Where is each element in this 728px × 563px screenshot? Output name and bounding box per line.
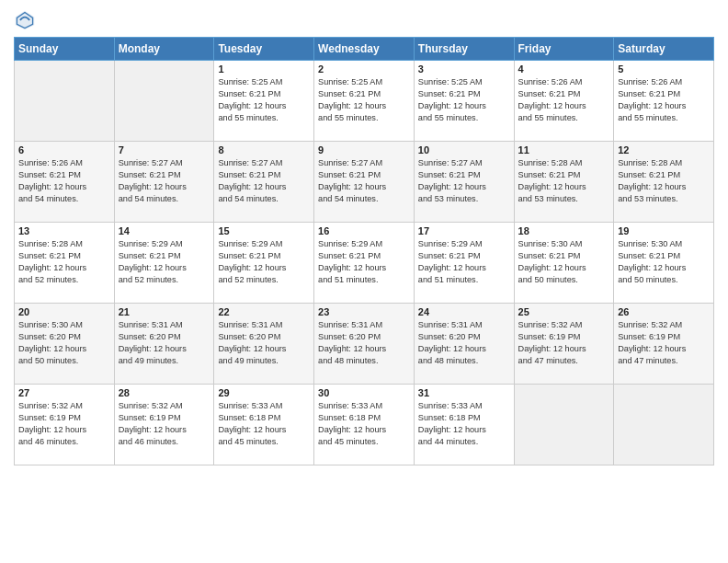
day-info: Sunrise: 5:32 AMSunset: 6:19 PMDaylight:… <box>518 319 610 367</box>
logo <box>14 9 40 31</box>
day-number: 9 <box>318 144 410 155</box>
day-cell: 21Sunrise: 5:31 AMSunset: 6:20 PMDayligh… <box>114 304 214 385</box>
day-info: Sunrise: 5:31 AMSunset: 6:20 PMDaylight:… <box>218 319 310 367</box>
day-cell: 30Sunrise: 5:33 AMSunset: 6:18 PMDayligh… <box>314 385 415 465</box>
day-number: 4 <box>518 63 610 75</box>
day-info: Sunrise: 5:31 AMSunset: 6:20 PMDaylight:… <box>318 319 410 367</box>
day-cell: 16Sunrise: 5:29 AMSunset: 6:21 PMDayligh… <box>314 223 415 304</box>
weekday-header-friday: Friday <box>514 38 614 61</box>
day-cell: 4Sunrise: 5:26 AMSunset: 6:21 PMDaylight… <box>514 61 614 142</box>
day-number: 27 <box>18 387 110 398</box>
day-number: 17 <box>418 225 510 236</box>
day-cell: 26Sunrise: 5:32 AMSunset: 6:19 PMDayligh… <box>614 304 714 385</box>
day-info: Sunrise: 5:26 AMSunset: 6:21 PMDaylight:… <box>518 76 610 124</box>
calendar-table: SundayMondayTuesdayWednesdayThursdayFrid… <box>14 37 714 465</box>
day-info: Sunrise: 5:30 AMSunset: 6:20 PMDaylight:… <box>18 319 110 367</box>
day-number: 19 <box>618 225 710 236</box>
day-cell: 14Sunrise: 5:29 AMSunset: 6:21 PMDayligh… <box>114 223 214 304</box>
day-number: 11 <box>518 144 610 155</box>
day-number: 25 <box>518 306 610 317</box>
day-cell: 24Sunrise: 5:31 AMSunset: 6:20 PMDayligh… <box>414 304 514 385</box>
day-cell: 25Sunrise: 5:32 AMSunset: 6:19 PMDayligh… <box>514 304 614 385</box>
day-cell: 17Sunrise: 5:29 AMSunset: 6:21 PMDayligh… <box>414 223 514 304</box>
weekday-header-row: SundayMondayTuesdayWednesdayThursdayFrid… <box>15 38 714 61</box>
weekday-header-wednesday: Wednesday <box>314 38 415 61</box>
weekday-header-thursday: Thursday <box>414 38 514 61</box>
day-number: 8 <box>218 144 310 155</box>
weekday-header-sunday: Sunday <box>15 38 115 61</box>
day-cell: 6Sunrise: 5:26 AMSunset: 6:21 PMDaylight… <box>15 142 115 223</box>
day-number: 31 <box>418 387 510 398</box>
day-info: Sunrise: 5:28 AMSunset: 6:21 PMDaylight:… <box>518 157 610 205</box>
day-number: 23 <box>318 306 410 317</box>
weekday-header-tuesday: Tuesday <box>214 38 314 61</box>
day-number: 24 <box>418 306 510 317</box>
day-cell <box>614 385 714 465</box>
day-info: Sunrise: 5:28 AMSunset: 6:21 PMDaylight:… <box>618 157 710 205</box>
day-cell: 1Sunrise: 5:25 AMSunset: 6:21 PMDaylight… <box>214 61 314 142</box>
day-number: 26 <box>618 306 710 317</box>
day-info: Sunrise: 5:26 AMSunset: 6:21 PMDaylight:… <box>618 76 710 124</box>
day-number: 16 <box>318 225 410 236</box>
day-cell <box>15 61 115 142</box>
day-number: 6 <box>18 144 110 155</box>
day-number: 14 <box>119 225 210 236</box>
day-number: 12 <box>618 144 710 155</box>
day-info: Sunrise: 5:31 AMSunset: 6:20 PMDaylight:… <box>418 319 510 367</box>
day-info: Sunrise: 5:30 AMSunset: 6:21 PMDaylight:… <box>518 238 610 286</box>
day-cell: 22Sunrise: 5:31 AMSunset: 6:20 PMDayligh… <box>214 304 314 385</box>
day-info: Sunrise: 5:32 AMSunset: 6:19 PMDaylight:… <box>618 319 710 367</box>
weekday-header-monday: Monday <box>114 38 214 61</box>
day-number: 30 <box>318 387 410 398</box>
day-info: Sunrise: 5:27 AMSunset: 6:21 PMDaylight:… <box>119 157 210 205</box>
day-cell: 7Sunrise: 5:27 AMSunset: 6:21 PMDaylight… <box>114 142 214 223</box>
day-cell: 12Sunrise: 5:28 AMSunset: 6:21 PMDayligh… <box>614 142 714 223</box>
day-cell: 29Sunrise: 5:33 AMSunset: 6:18 PMDayligh… <box>214 385 314 465</box>
day-info: Sunrise: 5:25 AMSunset: 6:21 PMDaylight:… <box>218 76 310 124</box>
day-number: 1 <box>218 63 310 75</box>
day-cell <box>514 385 614 465</box>
day-cell: 20Sunrise: 5:30 AMSunset: 6:20 PMDayligh… <box>15 304 115 385</box>
day-info: Sunrise: 5:32 AMSunset: 6:19 PMDaylight:… <box>18 400 110 448</box>
day-info: Sunrise: 5:26 AMSunset: 6:21 PMDaylight:… <box>18 157 110 205</box>
day-info: Sunrise: 5:29 AMSunset: 6:21 PMDaylight:… <box>318 238 410 286</box>
day-info: Sunrise: 5:30 AMSunset: 6:21 PMDaylight:… <box>618 238 710 286</box>
day-info: Sunrise: 5:33 AMSunset: 6:18 PMDaylight:… <box>418 400 510 448</box>
day-number: 13 <box>18 225 110 236</box>
day-info: Sunrise: 5:32 AMSunset: 6:19 PMDaylight:… <box>119 400 210 448</box>
logo-icon <box>14 9 36 31</box>
day-cell: 3Sunrise: 5:25 AMSunset: 6:21 PMDaylight… <box>414 61 514 142</box>
day-info: Sunrise: 5:27 AMSunset: 6:21 PMDaylight:… <box>418 157 510 205</box>
day-info: Sunrise: 5:27 AMSunset: 6:21 PMDaylight:… <box>218 157 310 205</box>
day-info: Sunrise: 5:29 AMSunset: 6:21 PMDaylight:… <box>119 238 210 286</box>
day-cell: 23Sunrise: 5:31 AMSunset: 6:20 PMDayligh… <box>314 304 415 385</box>
day-cell: 28Sunrise: 5:32 AMSunset: 6:19 PMDayligh… <box>114 385 214 465</box>
day-info: Sunrise: 5:25 AMSunset: 6:21 PMDaylight:… <box>418 76 510 124</box>
day-info: Sunrise: 5:29 AMSunset: 6:21 PMDaylight:… <box>218 238 310 286</box>
day-number: 10 <box>418 144 510 155</box>
day-cell: 11Sunrise: 5:28 AMSunset: 6:21 PMDayligh… <box>514 142 614 223</box>
day-number: 15 <box>218 225 310 236</box>
day-number: 3 <box>418 63 510 75</box>
day-info: Sunrise: 5:29 AMSunset: 6:21 PMDaylight:… <box>418 238 510 286</box>
day-cell: 8Sunrise: 5:27 AMSunset: 6:21 PMDaylight… <box>214 142 314 223</box>
page: SundayMondayTuesdayWednesdayThursdayFrid… <box>0 0 728 563</box>
week-row-4: 20Sunrise: 5:30 AMSunset: 6:20 PMDayligh… <box>15 304 714 385</box>
day-cell: 2Sunrise: 5:25 AMSunset: 6:21 PMDaylight… <box>314 61 415 142</box>
day-cell: 5Sunrise: 5:26 AMSunset: 6:21 PMDaylight… <box>614 61 714 142</box>
day-info: Sunrise: 5:25 AMSunset: 6:21 PMDaylight:… <box>318 76 410 124</box>
day-number: 28 <box>119 387 210 398</box>
day-info: Sunrise: 5:33 AMSunset: 6:18 PMDaylight:… <box>218 400 310 448</box>
day-number: 22 <box>218 306 310 317</box>
day-info: Sunrise: 5:27 AMSunset: 6:21 PMDaylight:… <box>318 157 410 205</box>
day-number: 29 <box>218 387 310 398</box>
day-info: Sunrise: 5:28 AMSunset: 6:21 PMDaylight:… <box>18 238 110 286</box>
day-cell: 9Sunrise: 5:27 AMSunset: 6:21 PMDaylight… <box>314 142 415 223</box>
day-cell: 15Sunrise: 5:29 AMSunset: 6:21 PMDayligh… <box>214 223 314 304</box>
header <box>14 9 714 31</box>
week-row-5: 27Sunrise: 5:32 AMSunset: 6:19 PMDayligh… <box>15 385 714 465</box>
day-number: 20 <box>18 306 110 317</box>
day-number: 21 <box>119 306 210 317</box>
week-row-2: 6Sunrise: 5:26 AMSunset: 6:21 PMDaylight… <box>15 142 714 223</box>
svg-marker-0 <box>16 11 35 30</box>
